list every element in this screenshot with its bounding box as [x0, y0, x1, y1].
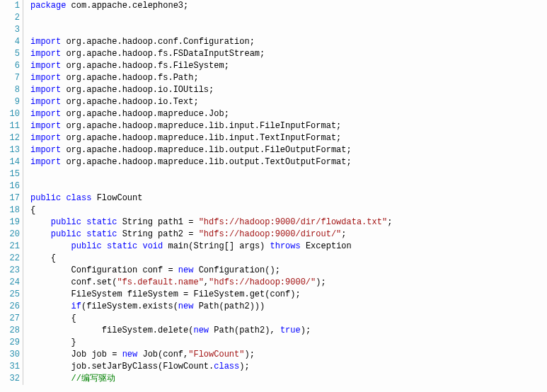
token-id: [30, 217, 51, 227]
code-line: if(fileSystem.exists(new Path(path2))): [30, 301, 392, 313]
token-kw: public: [71, 241, 102, 251]
code-line: import org.apache.hadoop.mapreduce.lib.i…: [30, 132, 392, 144]
code-line: [30, 12, 392, 24]
token-id: );: [301, 325, 311, 335]
token-id: org.apache.hadoop.io.Text;: [61, 97, 198, 107]
token-id: [102, 241, 107, 251]
token-id: Job job =: [30, 350, 122, 359]
code-line: {: [30, 253, 392, 265]
line-number: 9: [0, 96, 20, 108]
code-line: public static String path2 = "hdfs://had…: [30, 229, 392, 241]
token-id: org.apache.hadoop.mapreduce.lib.output.T…: [61, 157, 351, 167]
token-id: [30, 229, 51, 239]
token-id: org.apache.hadoop.mapreduce.lib.output.F…: [61, 145, 351, 155]
line-number: 7: [0, 72, 20, 84]
token-id: String path1 =: [117, 217, 198, 227]
line-number: 1: [0, 0, 20, 12]
code-line: [30, 24, 392, 36]
code-area: package com.appache.celephone3; import o…: [23, 0, 392, 385]
line-number: 23: [0, 265, 20, 277]
line-number: 11: [0, 120, 20, 132]
token-str: "FlowCount": [188, 350, 244, 359]
line-number: 17: [0, 192, 20, 204]
token-id: );: [239, 362, 249, 371]
line-number: 29: [0, 337, 20, 349]
token-kw: public: [51, 217, 81, 227]
token-str: "hdfs://hadoop:9000/dir/flowdata.txt": [199, 217, 387, 227]
token-id: {: [30, 253, 56, 263]
token-kw: import: [30, 145, 61, 155]
token-id: org.apache.hadoop.io.IOUtils;: [61, 85, 214, 95]
token-id: );: [316, 277, 326, 287]
code-container: 1234567891011121314151617181920212223242…: [0, 0, 547, 385]
line-number: 10: [0, 108, 20, 120]
line-number: 25: [0, 289, 20, 301]
line-number: 13: [0, 144, 20, 156]
line-number: 14: [0, 156, 20, 168]
token-id: Job(conf,: [137, 350, 188, 359]
token-kw: throws: [270, 241, 301, 251]
code-line: job.setJarByClass(FlowCount.class);: [30, 361, 392, 373]
code-line: import org.apache.hadoop.fs.Path;: [30, 72, 392, 84]
code-line: Job job = new Job(conf,"FlowCount");: [30, 349, 392, 361]
code-line: import org.apache.hadoop.mapreduce.Job;: [30, 108, 392, 120]
token-kw: if: [71, 301, 81, 311]
token-id: }: [30, 338, 76, 347]
token-kw: static: [107, 241, 137, 251]
token-id: Path(path2),: [209, 325, 280, 335]
token-kw: import: [30, 49, 61, 59]
line-number: 30: [0, 349, 20, 361]
line-number-gutter: 1234567891011121314151617181920212223242…: [0, 0, 23, 385]
token-id: (fileSystem.exists(: [81, 301, 178, 311]
token-kw: import: [30, 85, 61, 95]
token-id: Configuration();: [193, 265, 280, 275]
token-id: org.apache.hadoop.fs.FileSystem;: [61, 61, 229, 71]
token-kw: import: [30, 109, 61, 119]
token-kw: import: [30, 133, 61, 143]
code-line: public class FlowCount: [30, 192, 392, 204]
line-number: 4: [0, 36, 20, 48]
token-kw: static: [86, 217, 117, 227]
code-line: import org.apache.hadoop.mapreduce.lib.o…: [30, 144, 392, 156]
token-id: [30, 374, 71, 384]
code-line: public static void main(String[] args) t…: [30, 241, 392, 253]
token-kw: static: [86, 229, 117, 239]
token-id: [30, 301, 71, 311]
token-id: );: [244, 350, 254, 359]
line-number: 20: [0, 229, 20, 241]
token-id: fileSystem.delete(: [30, 325, 193, 335]
token-id: job.setJarByClass(FlowCount.: [30, 362, 214, 371]
token-kw: new: [178, 301, 194, 311]
token-str: "hdfs://hadoop:9000/": [209, 277, 316, 287]
line-number: 12: [0, 132, 20, 144]
token-id: org.apache.hadoop.mapreduce.lib.input.Te…: [61, 133, 341, 143]
code-line: }: [30, 337, 392, 349]
code-line: import org.apache.hadoop.conf.Configurat…: [30, 36, 392, 48]
token-id: main(String[] args): [163, 241, 270, 251]
token-kw: class: [214, 362, 239, 371]
code-line: {: [30, 204, 392, 217]
code-line: [30, 180, 392, 192]
token-kw: new: [122, 350, 138, 359]
line-number: 31: [0, 361, 20, 373]
line-number: 19: [0, 217, 20, 229]
line-number: 21: [0, 241, 20, 253]
code-line: import org.apache.hadoop.mapreduce.lib.o…: [30, 156, 392, 168]
code-line: import org.apache.hadoop.fs.FileSystem;: [30, 60, 392, 72]
token-kw: import: [30, 73, 61, 83]
line-number: 28: [0, 325, 20, 337]
code-line: conf.set("fs.default.name","hdfs://hadoo…: [30, 277, 392, 289]
token-id: {: [30, 313, 76, 323]
token-id: Configuration conf =: [30, 265, 178, 275]
token-id: [30, 241, 71, 251]
token-id: FlowCount: [91, 193, 142, 203]
code-line: [30, 168, 392, 180]
token-kw: import: [30, 157, 61, 167]
line-number: 5: [0, 48, 20, 60]
token-kw: void: [142, 241, 163, 251]
token-id: org.apache.hadoop.fs.FSDataInputStream;: [61, 49, 265, 59]
token-kw: package: [30, 1, 66, 11]
code-line: public static String path1 = "hdfs://had…: [30, 217, 392, 229]
token-id: org.apache.hadoop.conf.Configuration;: [61, 37, 255, 47]
token-kw: new: [178, 265, 194, 275]
